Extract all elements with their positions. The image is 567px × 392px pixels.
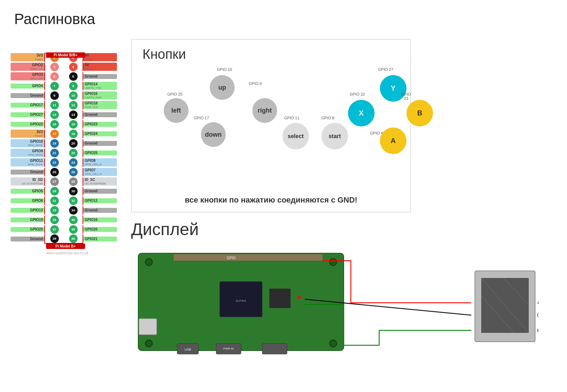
btn-b[interactable]: B bbox=[406, 100, 433, 126]
gpio-row: GPIO22 15 16 GPIO23 bbox=[11, 119, 120, 129]
pin-circle: 16 bbox=[69, 120, 78, 129]
pin-circle: 33 bbox=[50, 206, 59, 215]
pin-circle: 14 bbox=[69, 110, 78, 119]
pin-circle: 10 bbox=[69, 91, 78, 100]
pin-circle: 30 bbox=[69, 187, 78, 195]
gpio-label-down: GPIO 17 bbox=[194, 116, 209, 120]
pin-circle: 13 bbox=[50, 110, 59, 119]
pin-circle: 24 bbox=[69, 158, 78, 167]
gpio-row: GPIO17 11 12 GPIO18 PCM_CLK bbox=[11, 100, 120, 110]
svg-rect-1 bbox=[174, 254, 322, 261]
svg-point-14 bbox=[145, 340, 152, 347]
pin-circle: 27 bbox=[50, 177, 59, 186]
gpio-label-x: GPIO 22 bbox=[350, 92, 365, 96]
buttons-title: Кнопки bbox=[142, 47, 186, 62]
svg-point-12 bbox=[145, 259, 152, 266]
board-diagram: GPIO ELPIDA USB PWR IN bbox=[131, 243, 539, 370]
pin-circle: 34 bbox=[69, 206, 78, 215]
pinout-header: Pi Model B/B+ bbox=[46, 52, 85, 58]
svg-text:GPIO: GPIO bbox=[227, 256, 236, 260]
page-title: Распиновка bbox=[14, 11, 95, 28]
svg-rect-6 bbox=[139, 319, 157, 335]
pin-circle: 5 bbox=[50, 72, 59, 81]
pinout-section: Pi Model B/B+ 3V3 Power 1 2 5V Power GPI… bbox=[11, 46, 124, 255]
btn-right[interactable]: right bbox=[252, 98, 277, 123]
pin-circle: 29 bbox=[50, 187, 59, 195]
pin-circle: 3 bbox=[50, 63, 59, 71]
btn-start[interactable]: start bbox=[321, 123, 348, 149]
btn-left[interactable]: left bbox=[164, 98, 189, 123]
gpio-label-start: GPIO 8 bbox=[321, 116, 335, 120]
pin-circle: 8 bbox=[69, 82, 78, 90]
pin-circle: 9 bbox=[50, 91, 59, 100]
pin-circle: 35 bbox=[50, 216, 59, 224]
gpio-row: GPIO4 7 8 GPIO14 UART0_TXD bbox=[11, 81, 120, 91]
pin-circle: 21 bbox=[50, 149, 59, 157]
svg-text:PWR IN: PWR IN bbox=[224, 347, 234, 350]
pin-circle: 25 bbox=[50, 168, 59, 176]
btn-up[interactable]: up bbox=[210, 75, 235, 100]
display-section: Дисплей GPIO ELPIDA USB PWR IN bbox=[131, 220, 549, 374]
pin-circle: 6 bbox=[69, 72, 78, 81]
pin-circle: 32 bbox=[69, 197, 78, 205]
pin-circle: 18 bbox=[69, 130, 78, 138]
pin-circle: 23 bbox=[50, 158, 59, 167]
buttons-section: Кнопки GPIO 10 up GPIO 25 left GPIO 9 ri… bbox=[131, 39, 411, 212]
pin-circle: 31 bbox=[50, 197, 59, 205]
gpio-row: GPIO3 SCL1 I2C 5 6 Ground bbox=[11, 72, 120, 81]
pin-circle: 28 bbox=[69, 177, 78, 186]
btn-a[interactable]: A bbox=[380, 127, 406, 154]
svg-text:ELPIDA: ELPIDA bbox=[236, 299, 246, 302]
svg-text:GND: GND bbox=[537, 312, 539, 318]
gpio-row: GPIO26 37 38 GPIO20 bbox=[11, 225, 120, 234]
pin-circle: 17 bbox=[50, 130, 59, 138]
gpio-label-b: GPIO 23 bbox=[401, 92, 411, 101]
gpio-row: GPIO11 SPI0_SCLK 23 24 GPIO8 SPI0_CE0_N bbox=[11, 158, 120, 167]
display-title: Дисплей bbox=[131, 220, 549, 239]
watermark: www.raspberrypi-spy.co.uk bbox=[11, 251, 124, 255]
gpio-row: GPIO27 13 14 Ground bbox=[11, 110, 120, 119]
pin-circle: 20 bbox=[69, 139, 78, 148]
gpio-row: Ground 39 40 GPIO21 bbox=[11, 234, 120, 244]
gpio-row: Ground 25 26 GPIO7 SPI0_CE1_N bbox=[11, 167, 120, 177]
svg-text:видео: видео bbox=[537, 327, 539, 333]
pin-circle: 11 bbox=[50, 101, 59, 109]
pin-circle: 38 bbox=[69, 225, 78, 234]
btn-select[interactable]: select bbox=[282, 123, 309, 149]
buttons-note: все кнопки по нажатию соединяются с GND! bbox=[185, 195, 358, 205]
gpio-row: GPIO5 29 30 Ground bbox=[11, 186, 120, 196]
gpio-row: ID_SD I2C ID EEPROM 27 28 ID_SC I2C ID E… bbox=[11, 177, 120, 186]
pin-circle: 12 bbox=[69, 101, 78, 109]
pin-circle: 4 bbox=[69, 63, 78, 71]
gpio-row: GPIO6 31 32 GPIO12 bbox=[11, 196, 120, 205]
svg-rect-5 bbox=[269, 289, 291, 308]
btn-x[interactable]: X bbox=[348, 100, 375, 126]
gpio-row: GPIO13 33 34 Ground bbox=[11, 205, 120, 215]
gpio-label-up: GPIO 10 bbox=[217, 67, 232, 72]
pin-circle: 40 bbox=[69, 234, 78, 243]
pin-circle: 7 bbox=[50, 82, 59, 90]
svg-rect-11 bbox=[262, 343, 287, 354]
svg-text:+5v: +5v bbox=[537, 300, 539, 306]
gpio-row: GPIO10 SPI0_MOSI 19 20 Ground bbox=[11, 138, 120, 148]
pin-circle: 15 bbox=[50, 120, 59, 129]
svg-text:USB: USB bbox=[185, 348, 191, 351]
gpio-row: 3V3 Power 17 18 GPIO24 bbox=[11, 129, 120, 138]
gpio-row: GPIO9 SPI0_MISO 21 22 GPIO25 bbox=[11, 148, 120, 158]
gpio-rows: 3V3 Power 1 2 5V Power GPIO2 SDA1 I2C 3 … bbox=[11, 52, 120, 244]
svg-point-16 bbox=[298, 296, 301, 299]
gpio-row: GPIO19 35 36 GPIO16 bbox=[11, 215, 120, 225]
gpio-label-y: GPIO 27 bbox=[378, 67, 393, 72]
pinout-footer: Pi Model B+ bbox=[46, 244, 85, 249]
gpio-row: Ground 9 10 GPIO15 UART0_RXD bbox=[11, 91, 120, 100]
pin-circle: 37 bbox=[50, 225, 59, 234]
pin-circle: 36 bbox=[69, 216, 78, 224]
svg-point-13 bbox=[330, 259, 337, 266]
gpio-row: GPIO2 SDA1 I2C 3 4 5V Power bbox=[11, 62, 120, 72]
svg-point-15 bbox=[330, 340, 337, 347]
btn-down[interactable]: down bbox=[201, 122, 226, 147]
gpio-label-select: GPIO 11 bbox=[284, 116, 299, 120]
pin-circle: 26 bbox=[69, 168, 78, 176]
pin-circle: 22 bbox=[69, 149, 78, 157]
pin-circle: 19 bbox=[50, 139, 59, 148]
